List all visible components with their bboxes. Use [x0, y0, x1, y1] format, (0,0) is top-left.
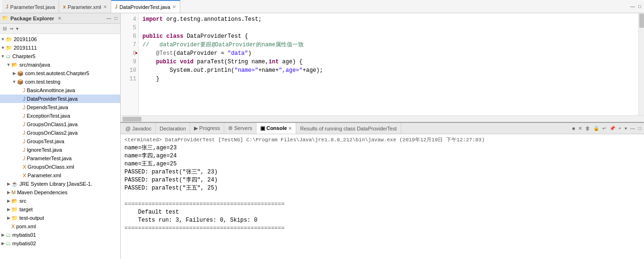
line-num-6: 6 — [121, 32, 138, 41]
tree-item-target[interactable]: ▶ 📁 target — [0, 205, 120, 214]
tab-declaration[interactable]: Declaration — [156, 123, 190, 134]
pin-button[interactable]: 📌 — [609, 125, 616, 131]
tree-label: IgnoreTest.java — [27, 147, 62, 153]
tab-dataprovidertest-java[interactable]: J DataProviderTest.java ✕ — [111, 0, 180, 13]
tree-label: com.test.testng — [25, 79, 61, 85]
code-line-8: @Test(dataProvider = "data") — [142, 49, 635, 58]
project-icon: 🗂 — [6, 53, 11, 59]
console-separator-1: ========================================… — [124, 200, 640, 208]
tree-arrow: ▼ — [6, 62, 11, 67]
view-menu-button[interactable]: ▾ — [15, 26, 19, 32]
tree-item-basicannotince[interactable]: J BasicAnnottince.java — [0, 86, 120, 95]
tree-label: Charpter5 — [12, 53, 35, 59]
tree-item-groupstest[interactable]: J GroupsTest.java — [0, 137, 120, 146]
code-line-5 — [142, 24, 635, 32]
word-wrap-button[interactable]: ↵ — [601, 125, 607, 131]
java-file-icon: J — [23, 104, 26, 110]
link-with-editor-button[interactable]: ⇒ — [9, 26, 14, 32]
maximize-editor-button[interactable]: □ — [637, 3, 642, 9]
close-icon[interactable]: ✕ — [103, 4, 107, 9]
minimize-panel-button[interactable]: — — [106, 15, 112, 21]
tree-label: mybatis02 — [12, 241, 36, 246]
remove-button[interactable]: ✕ — [577, 125, 583, 131]
xml-file-icon: X — [23, 164, 26, 170]
folder-icon: 📁 — [6, 45, 12, 51]
console-line-4: PASSED: paraTest("张三", 23) — [124, 168, 640, 176]
tree-label: DataProviderTest.java — [27, 96, 78, 102]
tab-label: DataProviderTest.java — [119, 4, 170, 10]
tree-item-groupsonclass1[interactable]: J GroupsOnClass1.java — [0, 120, 120, 129]
tab-console-label: ▣ Console — [260, 125, 287, 131]
tree-arrow: ▼ — [0, 54, 6, 59]
scroll-lock-button[interactable]: 🔒 — [592, 125, 600, 131]
tree-item-mybatis02[interactable]: ▶ 🗂 mybatis02 — [0, 239, 120, 248]
tree-item-ignoretest[interactable]: J IgnoreTest.java — [0, 146, 120, 154]
tab-parameter-xml[interactable]: x Parameter.xml ✕ — [59, 0, 111, 13]
package-explorer-panel: 📁 Package Explorer ✕ — □ ⊟ ⇒ ▾ ▼ 📁 20191… — [0, 13, 121, 259]
line-num-8: 8● — [121, 49, 138, 58]
tree-item-parametertest[interactable]: J ParameterTest.java — [0, 154, 120, 163]
package-icon: 📦 — [17, 70, 24, 77]
close-icon[interactable]: ✕ — [288, 126, 292, 131]
tree-item-pom-xml[interactable]: X pom.xml — [0, 222, 120, 231]
tree-label: target — [19, 207, 33, 212]
new-console-button[interactable]: + — [618, 125, 622, 131]
tree-item-dependstest[interactable]: J DependsTest.java — [0, 103, 120, 112]
panel-actions: — □ — [106, 15, 118, 21]
tab-javadoc[interactable]: @ Javadoc — [122, 123, 156, 134]
package-icon: 📦 — [17, 79, 24, 85]
tree-item-charpter5[interactable]: ▼ 🗂 Charpter5 — [0, 52, 120, 60]
tab-progress-label: ▶ Progress — [194, 125, 220, 131]
close-icon[interactable]: ✕ — [172, 4, 176, 9]
clear-button[interactable]: 🗑 — [584, 125, 591, 131]
tree-item-groupsonclass2[interactable]: J GroupsOnClass2.java — [0, 129, 120, 137]
tab-results[interactable]: Results of running class DataProviderTes… — [296, 123, 401, 134]
tree-item-maven-dependencies[interactable]: ▶ M Maven Dependencies — [0, 188, 120, 197]
right-gutter — [638, 13, 644, 115]
line-num-7: 7 — [121, 41, 138, 49]
explorer-tree[interactable]: ▼ 📁 20191106 ▼ 📁 20191111 ▼ 🗂 Charpter5 … — [0, 34, 120, 259]
tree-item-test-output[interactable]: ▶ 📁 test-output — [0, 214, 120, 222]
folder-icon: 📁 — [11, 207, 18, 213]
tree-item-jre-library[interactable]: ▶ ☕ JRE System Library [JavaSE-1. — [0, 180, 120, 188]
tab-console[interactable]: ▣ Console ✕ — [256, 123, 296, 134]
xml-file-icon: X — [11, 224, 15, 229]
collapse-all-button[interactable]: ⊟ — [2, 26, 8, 32]
tab-parametertest-java[interactable]: J ParameterTest.java — [2, 0, 59, 13]
java-file-icon: J — [23, 121, 26, 127]
tree-item-src-main-java[interactable]: ▼ 📂 src/main/java — [0, 60, 120, 69]
tab-label: ParameterTest.java — [10, 4, 55, 10]
stop-button[interactable]: ■ — [571, 125, 576, 131]
maximize-panel-button[interactable]: □ — [114, 15, 118, 21]
tree-label: 20191106 — [14, 36, 37, 42]
code-line-7: // dataProvider要跟@DataProvider的name属性值一致 — [142, 41, 635, 49]
horizontal-scrollbar[interactable] — [121, 115, 644, 122]
code-content: 4 5 6 7 8● 9 10 11 import org.testng.ann… — [121, 13, 644, 115]
minimize-editor-button[interactable]: — — [629, 3, 636, 9]
tree-item-groupsonclass-xml[interactable]: X GroupsOnClass.xml — [0, 163, 120, 171]
tree-item-dataprovidertest[interactable]: J DataProviderTest.java — [0, 95, 120, 103]
code-line-4: import org.testng.annotations.Test; — [142, 15, 635, 24]
tree-item-20191111[interactable]: ▼ 📁 20191111 — [0, 43, 120, 52]
tree-label: pom.xml — [16, 224, 36, 229]
minimize-bottom-button[interactable]: — — [629, 125, 636, 131]
tree-item-20191106[interactable]: ▼ 📁 20191106 — [0, 35, 120, 43]
tab-progress[interactable]: ▶ Progress — [190, 123, 224, 134]
console-line-3: name=王五,age=25 — [124, 160, 640, 168]
src-icon: 📂 — [11, 62, 18, 68]
tree-item-com-autotest[interactable]: ▶ 📦 com.test.autotest.Charpter5 — [0, 69, 120, 78]
tree-item-exceptiontest[interactable]: J ExceptionTest.java — [0, 112, 120, 120]
tree-item-src[interactable]: ▶ 📂 src — [0, 197, 120, 205]
java-file-icon: J — [23, 130, 26, 136]
maximize-bottom-button[interactable]: □ — [637, 125, 642, 131]
tree-label: 20191111 — [14, 45, 37, 51]
tab-servers[interactable]: ⚙ Servers — [224, 123, 256, 134]
code-lines[interactable]: import org.testng.annotations.Test; publ… — [139, 13, 638, 115]
java-file-icon: J — [23, 155, 26, 161]
console-view-menu-button[interactable]: ▾ — [624, 125, 628, 131]
tree-item-mybatis01[interactable]: ▶ 🗂 mybatis01 — [0, 231, 120, 239]
tree-item-com-testng[interactable]: ▼ 📦 com.test.testng — [0, 78, 120, 86]
tree-item-parameter-xml[interactable]: X Parameter.xml — [0, 171, 120, 180]
tree-label: ExceptionTest.java — [27, 113, 71, 119]
line-num-9: 9 — [121, 58, 138, 66]
